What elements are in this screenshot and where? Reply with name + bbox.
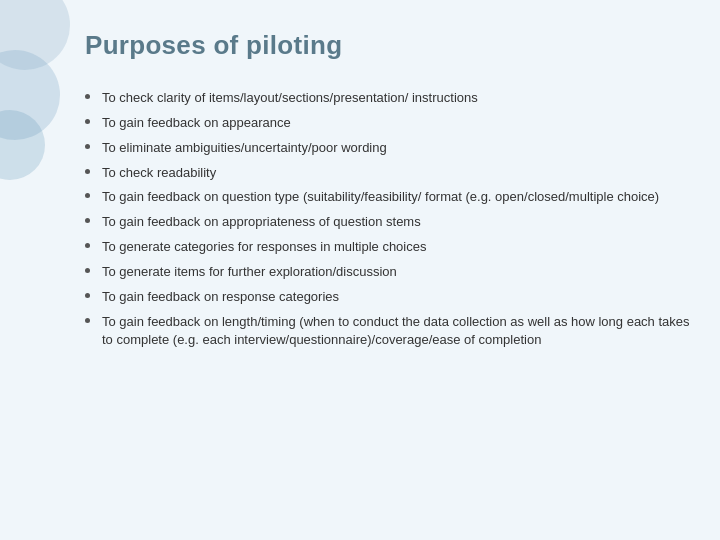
bullet-text-9: To gain feedback on response categories — [102, 288, 700, 307]
bullet-text-1: To check clarity of items/layout/section… — [102, 89, 700, 108]
bullet-dot-2 — [85, 119, 90, 124]
bullet-item-4: To check readability — [85, 164, 700, 183]
bullet-text-2: To gain feedback on appearance — [102, 114, 700, 133]
bullet-dot-4 — [85, 169, 90, 174]
bullet-text-4: To check readability — [102, 164, 700, 183]
bullet-item-2: To gain feedback on appearance — [85, 114, 700, 133]
bullet-dot-1 — [85, 94, 90, 99]
bullet-text-10: To gain feedback on length/timing (when … — [102, 313, 700, 351]
bullet-text-5: To gain feedback on question type (suita… — [102, 188, 700, 207]
bullet-list: To check clarity of items/layout/section… — [85, 89, 700, 350]
bullet-text-3: To eliminate ambiguities/uncertainty/poo… — [102, 139, 700, 158]
bullet-dot-8 — [85, 268, 90, 273]
bullet-item-8: To generate items for further exploratio… — [85, 263, 700, 282]
bullet-dot-9 — [85, 293, 90, 298]
bullet-item-9: To gain feedback on response categories — [85, 288, 700, 307]
decorative-circles — [0, 0, 80, 160]
bullet-dot-10 — [85, 318, 90, 323]
bullet-dot-3 — [85, 144, 90, 149]
bullet-dot-7 — [85, 243, 90, 248]
bullet-item-3: To eliminate ambiguities/uncertainty/poo… — [85, 139, 700, 158]
slide-title: Purposes of piloting — [85, 30, 700, 61]
bullet-item-10: To gain feedback on length/timing (when … — [85, 313, 700, 351]
bullet-dot-6 — [85, 218, 90, 223]
bullet-item-6: To gain feedback on appropriateness of q… — [85, 213, 700, 232]
bullet-text-7: To generate categories for responses in … — [102, 238, 700, 257]
bullet-text-6: To gain feedback on appropriateness of q… — [102, 213, 700, 232]
bullet-item-5: To gain feedback on question type (suita… — [85, 188, 700, 207]
slide: Purposes of piloting To check clarity of… — [0, 0, 720, 540]
slide-content: Purposes of piloting To check clarity of… — [85, 30, 700, 520]
bullet-item-7: To generate categories for responses in … — [85, 238, 700, 257]
bullet-dot-5 — [85, 193, 90, 198]
bullet-item-1: To check clarity of items/layout/section… — [85, 89, 700, 108]
bullet-text-8: To generate items for further exploratio… — [102, 263, 700, 282]
